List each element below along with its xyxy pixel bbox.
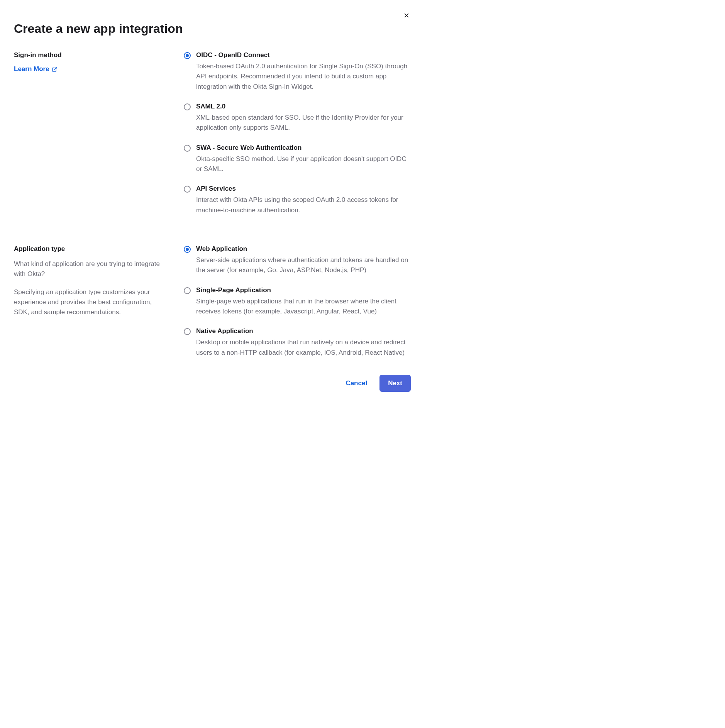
section-divider: [14, 231, 411, 231]
close-button[interactable]: ×: [402, 9, 411, 22]
option-desc: Interact with Okta APIs using the scoped…: [196, 195, 411, 215]
close-icon: ×: [404, 10, 409, 20]
option-desc: Token-based OAuth 2.0 authentication for…: [196, 61, 411, 92]
option-title: Single-Page Application: [196, 286, 411, 294]
option-title: API Services: [196, 185, 411, 193]
option-title: SWA - Secure Web Authentication: [196, 144, 411, 152]
option-desc: Single-page web applications that run in…: [196, 296, 411, 317]
radio-oidc[interactable]: [184, 52, 191, 59]
option-desc: Desktop or mobile applications that run …: [196, 337, 411, 358]
option-title: SAML 2.0: [196, 103, 411, 110]
learn-more-link[interactable]: Learn More: [14, 65, 58, 73]
option-title: Native Application: [196, 327, 411, 335]
option-title: Web Application: [196, 245, 411, 253]
radio-swa[interactable]: [184, 145, 191, 152]
signin-method-heading: Sign-in method: [14, 51, 168, 59]
signin-option-oidc[interactable]: OIDC - OpenID Connect Token-based OAuth …: [184, 51, 411, 92]
application-type-desc1: What kind of application are you trying …: [14, 259, 168, 279]
radio-native[interactable]: [184, 328, 191, 335]
apptype-option-native[interactable]: Native Application Desktop or mobile app…: [184, 327, 411, 358]
radio-spa[interactable]: [184, 287, 191, 294]
option-desc: XML-based open standard for SSO. Use if …: [196, 113, 411, 133]
section-application-type: Application type What kind of applicatio…: [14, 245, 411, 358]
page-title: Create a new app integration: [14, 22, 411, 36]
application-type-heading: Application type: [14, 245, 168, 253]
svg-line-0: [54, 67, 57, 69]
next-button[interactable]: Next: [379, 375, 411, 392]
section-signin-method: Sign-in method Learn More OIDC - OpenID …: [14, 51, 411, 215]
apptype-option-web[interactable]: Web Application Server-side applications…: [184, 245, 411, 276]
application-type-desc2: Specifying an application type customize…: [14, 287, 168, 318]
dialog-footer: Cancel Next: [14, 375, 411, 392]
radio-api-services[interactable]: [184, 186, 191, 193]
learn-more-label: Learn More: [14, 65, 49, 73]
apptype-option-spa[interactable]: Single-Page Application Single-page web …: [184, 286, 411, 317]
signin-option-saml[interactable]: SAML 2.0 XML-based open standard for SSO…: [184, 103, 411, 133]
external-link-icon: [52, 66, 58, 72]
option-desc: Okta-specific SSO method. Use if your ap…: [196, 154, 411, 174]
option-desc: Server-side applications where authentic…: [196, 255, 411, 276]
option-title: OIDC - OpenID Connect: [196, 51, 411, 59]
signin-option-swa[interactable]: SWA - Secure Web Authentication Okta-spe…: [184, 144, 411, 174]
radio-saml[interactable]: [184, 103, 191, 110]
cancel-button[interactable]: Cancel: [342, 376, 370, 391]
radio-web-app[interactable]: [184, 246, 191, 253]
signin-option-api-services[interactable]: API Services Interact with Okta APIs usi…: [184, 185, 411, 215]
